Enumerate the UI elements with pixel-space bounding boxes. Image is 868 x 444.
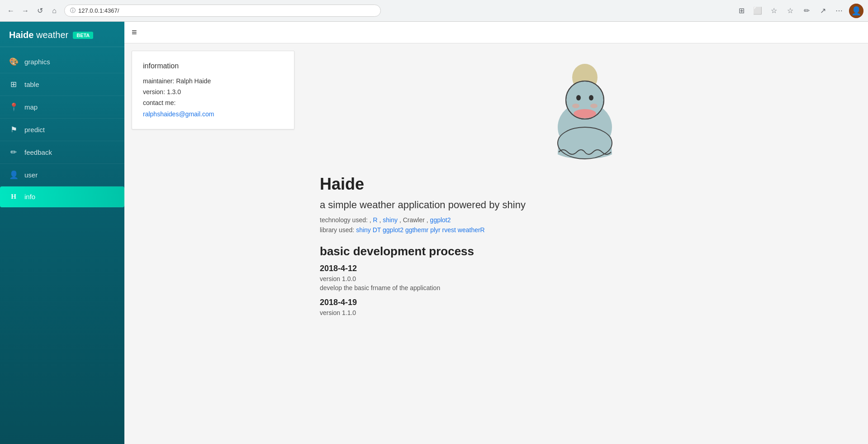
character-svg (540, 57, 630, 161)
lib-link-plyr[interactable]: plyr (430, 226, 441, 234)
beta-badge: BETA (73, 32, 93, 39)
map-icon: 📍 (9, 102, 18, 112)
library-row: library used: shiny DT ggplot2 ggthemr p… (320, 226, 850, 234)
main-content: ≡ information maintainer: Ralph Haide ve… (124, 22, 868, 444)
sidebar: Haide weather BETA 🎨 graphics ⊞ table 📍 … (0, 22, 124, 444)
svg-point-4 (576, 95, 581, 100)
app-tagline: a simple weather application powered by … (320, 199, 850, 211)
info-h-icon: H (9, 193, 18, 201)
avatar-image: 👤 (849, 4, 863, 18)
sidebar-item-graphics[interactable]: 🎨 graphics (0, 51, 124, 73)
share-button[interactable]: ↗ (816, 5, 829, 17)
svg-point-9 (558, 127, 612, 159)
map-label: map (24, 103, 38, 111)
contact-row: contact me: (143, 99, 283, 106)
back-button[interactable]: ← (5, 5, 17, 17)
user-label: user (24, 171, 38, 179)
url-text: 127.0.0.1:4367/ (78, 7, 119, 14)
lib-link-weatherr[interactable]: weatherR (458, 226, 485, 234)
tech-sep2: , Crawler , (399, 216, 430, 224)
lib-link-ggthemr[interactable]: ggthemr (405, 226, 428, 234)
table-icon: ⊞ (9, 80, 18, 89)
sidebar-item-map[interactable]: 📍 map (0, 96, 124, 119)
app-title: Haide weather (9, 30, 68, 40)
profile-avatar[interactable]: 👤 (849, 4, 863, 18)
info-card: information maintainer: Ralph Haide vers… (132, 51, 294, 129)
lib-link-shiny[interactable]: shiny (356, 226, 371, 234)
technology-prefix: technology used: , (320, 216, 373, 224)
app-wrapper: Haide weather BETA 🎨 graphics ⊞ table 📍 … (0, 22, 868, 444)
tech-link-r[interactable]: R (373, 216, 378, 224)
browser-chrome: ← → ↺ ⌂ ⓘ 127.0.0.1:4367/ ⊞ ⬜ ☆ ☆ ✏ ↗ ⋯ … (0, 0, 868, 22)
sidebar-item-info[interactable]: H info (0, 186, 124, 207)
predict-icon: ⚑ (9, 125, 18, 134)
lib-link-dt[interactable]: DT (373, 226, 381, 234)
svg-point-8 (574, 109, 596, 118)
forward-button[interactable]: → (19, 5, 32, 17)
app-name: Haide (320, 175, 850, 194)
library-prefix: library used: (320, 226, 356, 234)
extensions-button[interactable]: ⊞ (735, 5, 748, 17)
tech-link-ggplot2[interactable]: ggplot2 (430, 216, 451, 224)
lib-link-rvest[interactable]: rvest (442, 226, 456, 234)
sidebar-item-predict[interactable]: ⚑ predict (0, 119, 124, 141)
content-area: information maintainer: Ralph Haide vers… (124, 43, 868, 444)
date-2: 2018-4-19 (320, 298, 850, 307)
version-1: version 1.0.0 (320, 275, 850, 282)
table-label: table (24, 81, 39, 88)
desc-1: develop the basic frname of the applicat… (320, 284, 850, 291)
sidebar-item-user[interactable]: 👤 user (0, 164, 124, 186)
info-label: info (24, 193, 35, 201)
lock-icon: ⓘ (70, 7, 76, 14)
hamburger-button[interactable]: ≡ (132, 27, 137, 38)
palette-icon: 🎨 (9, 57, 18, 67)
annotate-button[interactable]: ✏ (800, 5, 813, 17)
reader-button[interactable]: ⬜ (751, 5, 764, 17)
nav-buttons: ← → ↺ ⌂ (5, 5, 61, 17)
technology-row: technology used: , R , shiny , Crawler ,… (320, 216, 850, 224)
graphics-label: graphics (24, 58, 50, 66)
predict-label: predict (24, 126, 45, 134)
more-button[interactable]: ⋯ (833, 5, 845, 17)
version-2: version 1.1.0 (320, 309, 850, 316)
feedback-label: feedback (24, 148, 52, 156)
address-bar[interactable]: ⓘ 127.0.0.1:4367/ (64, 5, 381, 17)
sidebar-item-feedback[interactable]: ✏ feedback (0, 141, 124, 164)
favorites-button[interactable]: ☆ (784, 5, 797, 17)
character-illustration (320, 57, 850, 161)
sidebar-nav: 🎨 graphics ⊞ table 📍 map ⚑ predict ✏ fee… (0, 47, 124, 211)
email-link[interactable]: ralphshaides@gmail.com (143, 110, 214, 118)
right-panel: Haide a simple weather application power… (302, 43, 868, 444)
sidebar-header: Haide weather BETA (0, 22, 124, 47)
dev-process-title: basic development process (320, 244, 850, 258)
refresh-button[interactable]: ↺ (33, 5, 46, 17)
sidebar-item-table[interactable]: ⊞ table (0, 73, 124, 96)
svg-point-5 (589, 95, 593, 100)
maintainer-row: maintainer: Ralph Haide (143, 77, 283, 85)
top-bar: ≡ (124, 22, 868, 43)
pencil-icon: ✏ (9, 148, 18, 157)
lib-link-ggplot2[interactable]: ggplot2 (383, 226, 403, 234)
version-row: version: 1.3.0 (143, 88, 283, 95)
date-1: 2018-4-12 (320, 264, 850, 273)
home-button[interactable]: ⌂ (48, 5, 61, 17)
svg-point-6 (572, 104, 579, 108)
info-card-title: information (143, 62, 283, 70)
tech-link-shiny[interactable]: shiny (383, 216, 398, 224)
user-icon: 👤 (9, 170, 18, 180)
bookmark-button[interactable]: ☆ (768, 5, 780, 17)
svg-point-7 (590, 104, 598, 108)
browser-actions: ⊞ ⬜ ☆ ☆ ✏ ↗ ⋯ 👤 (735, 4, 863, 18)
